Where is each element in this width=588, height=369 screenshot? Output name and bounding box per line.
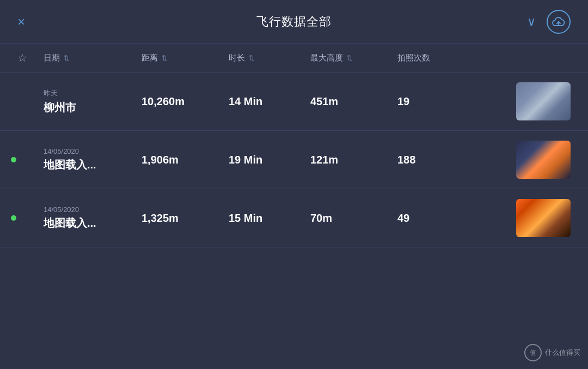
green-dot-indicator — [11, 215, 16, 221]
table-row[interactable]: 14/05/2020 地图载入... 1,325m 15 Min 70m 49 — [0, 189, 588, 247]
close-icon[interactable]: × — [17, 14, 25, 29]
thumbnail-image[interactable] — [516, 199, 571, 237]
thumbnail-image[interactable] — [516, 82, 571, 120]
header-left: × — [17, 14, 61, 29]
table-row[interactable]: 昨天 柳州市 10,260m 14 Min 451m 19 — [0, 72, 588, 131]
photos-value: 188 — [397, 154, 516, 166]
photos-col-header: 拍照次数 — [397, 53, 571, 63]
location-label: 地图载入... — [44, 158, 142, 172]
date-column: 14/05/2020 地图载入... — [44, 147, 142, 172]
distance-value: 1,325m — [142, 212, 229, 225]
watermark: 值 什么值得买 — [524, 344, 580, 361]
altitude-value: 70m — [310, 212, 397, 225]
altitude-value: 451m — [310, 95, 397, 108]
column-headers: ☆ 日期 距离 时长 最大高度 拍照次数 — [0, 44, 588, 72]
duration-col-header[interactable]: 时长 — [229, 53, 310, 63]
altitude-col-header[interactable]: 最大高度 — [310, 53, 397, 63]
date-col-header[interactable]: 日期 — [44, 53, 142, 63]
thumbnail-preview — [516, 141, 571, 179]
page-title: 飞行数据全部 — [256, 14, 332, 30]
date-column: 14/05/2020 地图载入... — [44, 205, 142, 231]
altitude-value: 121m — [310, 154, 397, 166]
photos-value: 19 — [397, 95, 516, 108]
duration-value: 19 Min — [229, 154, 310, 166]
distance-sort-icon[interactable] — [162, 54, 168, 62]
star-col-header: ☆ — [17, 51, 44, 64]
date-label: 昨天 — [44, 88, 142, 98]
location-label: 地图载入... — [44, 216, 142, 231]
date-sort-icon[interactable] — [64, 54, 70, 62]
date-label: 14/05/2020 — [44, 205, 142, 214]
location-label: 柳州市 — [44, 100, 142, 115]
distance-col-header[interactable]: 距离 — [142, 53, 229, 63]
watermark-logo: 值 — [524, 344, 542, 361]
date-column: 昨天 柳州市 — [44, 88, 142, 115]
date-label: 14/05/2020 — [44, 147, 142, 155]
duration-sort-icon[interactable] — [249, 54, 255, 62]
thumbnail-preview — [516, 199, 571, 237]
thumbnail-image[interactable] — [516, 141, 571, 179]
header: × 飞行数据全部 ∨ — [0, 0, 588, 44]
photos-value: 49 — [397, 212, 516, 225]
table-row[interactable]: 14/05/2020 地图载入... 1,906m 19 Min 121m 18… — [0, 131, 588, 189]
thumbnail-preview — [516, 82, 571, 120]
distance-value: 10,260m — [142, 95, 229, 108]
green-dot-indicator — [11, 157, 16, 162]
header-right: ∨ — [527, 10, 571, 34]
duration-value: 15 Min — [229, 212, 310, 225]
cloud-sync-button[interactable] — [547, 10, 571, 34]
flights-list: 昨天 柳州市 10,260m 14 Min 451m 19 14/05/2020… — [0, 72, 588, 247]
chevron-down-icon[interactable]: ∨ — [527, 15, 536, 29]
distance-value: 1,906m — [142, 154, 229, 166]
duration-value: 14 Min — [229, 95, 310, 108]
altitude-sort-icon[interactable] — [347, 54, 353, 62]
